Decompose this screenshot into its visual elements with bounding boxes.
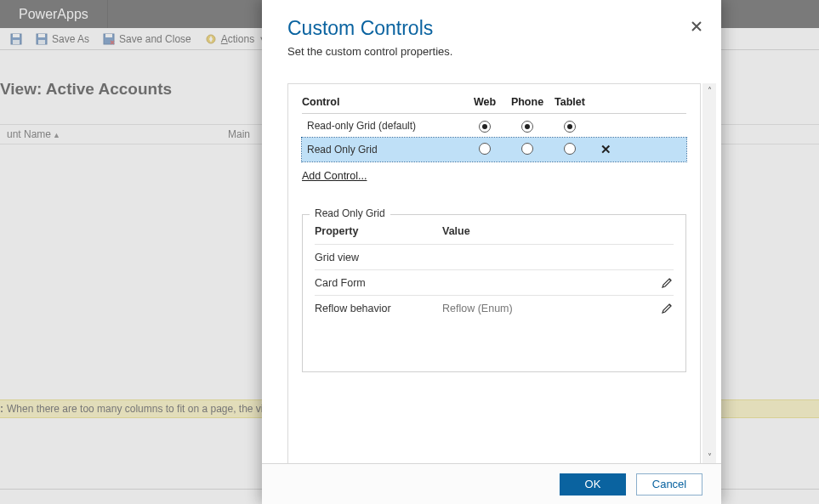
property-row-reflow: Reflow behavior Reflow (Enum) (315, 295, 674, 320)
property-name: Card Form (315, 277, 442, 289)
scroll-up-button[interactable]: ˄ (702, 83, 716, 97)
property-value: Reflow (Enum) (442, 303, 661, 314)
dialog-title: Custom Controls (287, 17, 696, 40)
pencil-icon (661, 302, 674, 314)
dialog-footer: OK Cancel (262, 463, 721, 504)
control-name: Read Only Grid (302, 144, 464, 156)
controls-table: Control Web Phone Tablet Read-only Grid … (288, 84, 700, 161)
radio-web[interactable] (479, 143, 491, 155)
radio-web[interactable] (479, 121, 491, 133)
scroll-down-button[interactable]: ˅ (702, 450, 716, 463)
property-row-cardform: Card Form (315, 269, 674, 295)
close-button[interactable] (691, 20, 702, 32)
radio-tablet[interactable] (564, 143, 576, 155)
property-name: Grid view (315, 252, 442, 263)
properties-header: Property Value (315, 225, 674, 244)
dialog-header: Custom Controls Set the custom control p… (262, 0, 721, 66)
properties-fieldset: Read Only Grid Property Value Grid view … (302, 214, 686, 372)
ok-button[interactable]: OK (560, 473, 626, 496)
col-tablet: Tablet (549, 96, 591, 108)
edit-property-button[interactable] (661, 302, 674, 314)
col-value: Value (442, 225, 674, 237)
scrollbar[interactable]: ˄ ˅ (702, 83, 716, 463)
dialog-body: Control Web Phone Tablet Read-only Grid … (262, 66, 721, 463)
col-property: Property (315, 225, 442, 237)
pencil-icon (661, 276, 674, 289)
col-phone: Phone (506, 96, 549, 108)
fieldset-legend: Read Only Grid (310, 207, 390, 219)
col-control: Control (302, 96, 464, 108)
control-row-default[interactable]: Read-only Grid (default) (302, 114, 686, 138)
add-control-link[interactable]: Add Control... (302, 170, 367, 182)
close-icon (691, 20, 702, 32)
radio-phone[interactable] (521, 121, 533, 133)
property-name: Reflow behavior (315, 303, 442, 314)
radio-tablet[interactable] (564, 121, 576, 133)
dialog-subtitle: Set the custom control properties. (287, 45, 696, 58)
control-name: Read-only Grid (default) (302, 120, 464, 132)
controls-header-row: Control Web Phone Tablet (302, 96, 686, 114)
property-row-gridview: Grid view (315, 244, 674, 269)
custom-controls-dialog: Custom Controls Set the custom control p… (262, 0, 721, 504)
remove-control-button[interactable]: ✕ (600, 142, 611, 156)
cancel-button[interactable]: Cancel (636, 473, 702, 496)
control-row-readonlygrid[interactable]: Read Only Grid ✕ (302, 138, 686, 161)
radio-phone[interactable] (521, 143, 533, 155)
col-web: Web (464, 96, 506, 108)
dialog-content: Control Web Phone Tablet Read-only Grid … (287, 83, 701, 463)
edit-property-button[interactable] (661, 276, 674, 289)
